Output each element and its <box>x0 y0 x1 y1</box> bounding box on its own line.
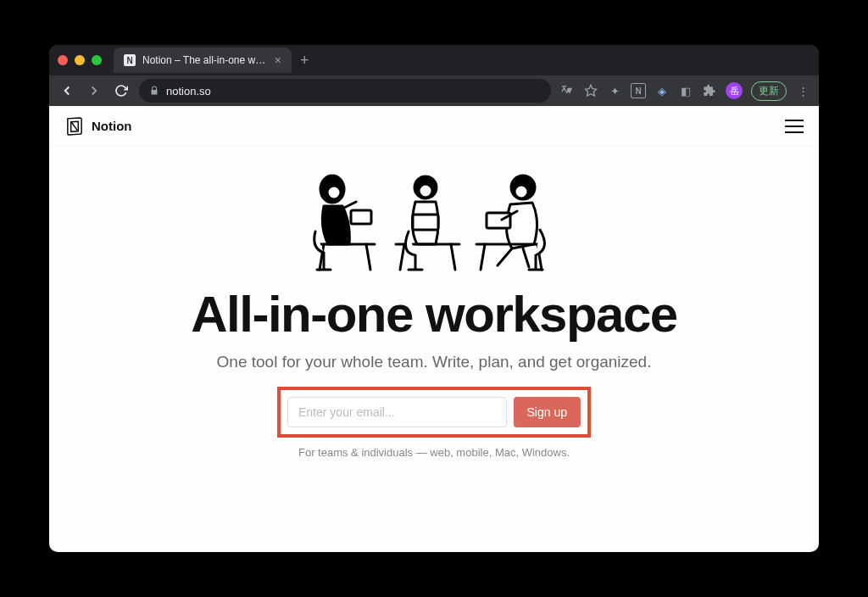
email-input[interactable] <box>287 397 507 427</box>
star-icon[interactable] <box>583 83 598 98</box>
hero-headline: All-in-one workspace <box>83 287 785 341</box>
back-button[interactable] <box>58 81 76 100</box>
url-text: notion.so <box>166 85 211 98</box>
svg-line-17 <box>481 244 485 270</box>
hamburger-menu-icon[interactable] <box>785 120 804 133</box>
extension-icon[interactable]: ✦ <box>607 83 622 98</box>
svg-rect-9 <box>413 215 438 230</box>
notion-favicon-icon: N <box>124 54 136 66</box>
diamond-icon[interactable]: ◈ <box>654 83 670 98</box>
puzzle-icon[interactable] <box>702 83 717 98</box>
svg-point-2 <box>327 186 341 199</box>
svg-rect-15 <box>487 213 510 228</box>
svg-rect-3 <box>351 210 371 224</box>
brand[interactable]: Notion <box>64 116 131 137</box>
svg-point-8 <box>419 184 432 198</box>
reload-button[interactable] <box>112 81 131 100</box>
close-tab-icon[interactable]: × <box>275 53 281 67</box>
close-window-button[interactable] <box>58 55 68 65</box>
signup-form-highlight: Sign up <box>277 387 591 438</box>
notion-logo-icon <box>64 116 85 137</box>
window-controls <box>58 55 102 65</box>
forward-button[interactable] <box>85 81 103 100</box>
update-button[interactable]: 更新 <box>751 81 787 101</box>
signup-button[interactable]: Sign up <box>514 397 581 427</box>
hero-section: All-in-one workspace One tool for your w… <box>49 147 819 459</box>
browser-window: N Notion – The all-in-one worksp × + not… <box>49 45 819 552</box>
profile-avatar[interactable]: 岳 <box>726 82 743 99</box>
tab-bar: N Notion – The all-in-one worksp × + <box>49 45 819 75</box>
page-content: Notion <box>49 106 819 552</box>
tab-title: Notion – The all-in-one worksp <box>142 54 268 66</box>
svg-line-11 <box>400 244 404 270</box>
browser-tab[interactable]: N Notion – The all-in-one worksp × <box>114 47 292 73</box>
svg-point-14 <box>515 185 528 198</box>
svg-line-12 <box>451 244 455 270</box>
svg-line-6 <box>366 244 370 270</box>
hero-illustration <box>290 164 578 282</box>
minimize-window-button[interactable] <box>75 55 85 65</box>
svg-marker-0 <box>585 85 596 96</box>
maximize-window-button[interactable] <box>92 55 102 65</box>
translate-icon[interactable] <box>559 83 575 98</box>
extension-icons: ✦ N ◈ ◧ 岳 更新 ⋮ <box>559 81 810 101</box>
notion-clipper-icon[interactable]: N <box>631 83 646 98</box>
menu-icon[interactable]: ⋮ <box>795 83 810 98</box>
browser-toolbar: notion.so ✦ N ◈ ◧ 岳 更新 ⋮ <box>49 75 819 106</box>
address-bar[interactable]: notion.so <box>139 79 551 103</box>
brand-name: Notion <box>92 119 131 133</box>
new-tab-button[interactable]: + <box>300 52 309 70</box>
site-header: Notion <box>49 106 819 147</box>
lock-icon <box>149 86 159 96</box>
hero-subtitle: One tool for your whole team. Write, pla… <box>83 353 785 371</box>
platforms-text: For teams & individuals — web, mobile, M… <box>83 446 785 459</box>
cards-icon[interactable]: ◧ <box>678 83 693 98</box>
